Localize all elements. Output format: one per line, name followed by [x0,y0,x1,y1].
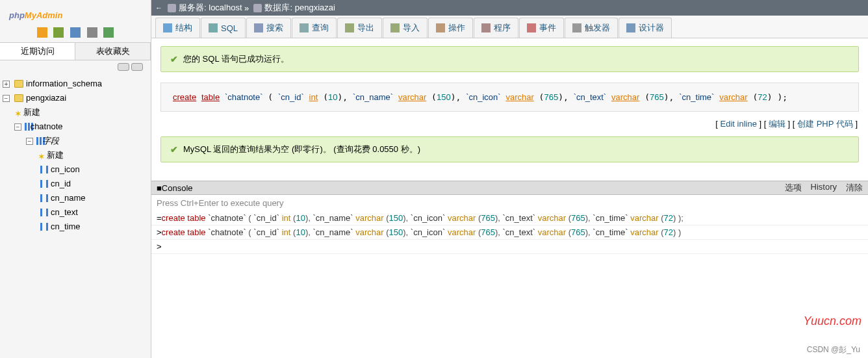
column-item[interactable]: cn_time [38,220,148,234]
database-icon [14,80,23,88]
tab-recent[interactable]: 近期访问 [0,43,75,60]
db-tree: +information_schema −pengxiazai 新建 − cha… [0,75,151,235]
console-line: =create table `chatnote` ( `cn_id` int (… [151,211,868,225]
main-tabs: 结构 SQL 搜索 查询 导出 导入 操作 程序 事件 触发器 设计器 [151,16,868,38]
import-icon [390,23,400,32]
logout-icon[interactable] [53,27,64,38]
edit-inline-link[interactable]: Edit inline [721,119,757,129]
bc-database[interactable]: 数据库: pengxiazai [264,2,335,14]
console-line: >create table `chatnote` ( `cn_id` int (… [151,225,868,240]
tab-favorites[interactable]: 表收藏夹 [75,43,151,60]
tab-import[interactable]: 导入 [383,18,428,38]
console-options[interactable]: 选项 [785,182,802,194]
check-icon: ✔ [170,54,178,64]
tab-triggers[interactable]: 触发器 [565,18,618,38]
export-icon [345,23,354,32]
column-item[interactable]: cn_name [38,191,148,205]
tab-events[interactable]: 事件 [519,18,564,38]
sql-icon [209,23,218,32]
routines-icon [481,23,491,32]
console-hint: Press Ctrl+Enter to execute query [151,195,868,211]
success-message: ✔ 您的 SQL 语句已成功运行。 [160,46,859,72]
column-icon [40,194,48,202]
operations-icon [436,23,445,32]
column-item[interactable]: cn_id [38,177,148,191]
tab-structure[interactable]: 结构 [155,18,200,38]
docs-icon[interactable] [70,27,81,38]
sql-actions: [ Edit inline ] [ 编辑 ] [ 创建 PHP 代码 ] [160,116,859,136]
search-icon [254,23,263,32]
columns-icon [36,137,38,145]
structure-icon [163,23,172,32]
reload-icon[interactable] [103,27,114,38]
logo[interactable]: phpMyAdmin [0,0,151,25]
tab-search[interactable]: 搜索 [246,18,291,38]
tab-operations[interactable]: 操作 [428,18,473,38]
console-toggle[interactable]: ■Console [157,183,193,193]
sql-preview: create table `chatnote` ( `cn_id` int (1… [160,83,859,112]
column-icon [40,166,48,173]
column-icon [40,209,48,216]
db-item[interactable]: −pengxiazai [3,91,148,105]
console[interactable]: Press Ctrl+Enter to execute query =creat… [151,195,868,254]
console-history[interactable]: History [811,182,837,194]
events-icon [527,23,536,32]
new-column[interactable]: 新建 [38,148,148,162]
console-clear[interactable]: 清除 [846,182,863,194]
result-message: ✔ MySQL 返回的查询结果为空 (即零行)。 (查询花费 0.0550 秒。… [160,136,859,162]
column-item[interactable]: cn_text [38,205,148,220]
breadcrumb: ← 服务器: localhost » 数据库: pengxiazai [151,0,868,16]
new-table[interactable]: 新建 [14,105,148,120]
watermark: Yuucn.com [804,314,862,328]
table-icon [25,123,27,131]
new-icon [14,108,23,117]
console-bar: ■Console 选项 History 清除 [151,181,868,195]
tab-sql[interactable]: SQL [201,18,246,38]
columns-group[interactable]: − 字段 [26,134,148,148]
create-php-link[interactable]: 创建 PHP 代码 [797,119,853,129]
nav-back-icon[interactable]: ← [155,4,162,12]
column-item[interactable]: cn_icon [38,162,148,177]
database-icon [14,94,23,102]
table-item[interactable]: − chatnote [14,120,148,134]
tab-export[interactable]: 导出 [337,18,382,38]
triggers-icon [572,23,581,32]
new-icon [38,151,47,160]
query-icon [300,23,309,32]
server-icon [168,4,176,12]
footer-credit: CSDN @彭_Yu [807,344,860,355]
settings-icon[interactable] [87,27,97,38]
home-icon[interactable] [37,27,47,38]
tab-routines[interactable]: 程序 [474,18,518,38]
sidebar-toolbar [0,25,151,42]
column-icon [40,223,48,231]
designer-icon [626,23,635,32]
column-icon [40,180,48,188]
bc-server[interactable]: 服务器: localhost [179,2,242,14]
tab-designer[interactable]: 设计器 [619,18,672,38]
check-icon: ✔ [170,144,178,155]
database-icon [253,4,262,12]
link-icon[interactable] [131,63,143,71]
collapse-icon[interactable] [118,63,129,71]
db-item[interactable]: +information_schema [3,77,148,91]
console-prompt[interactable]: > [151,240,868,254]
edit-link[interactable]: 编辑 [769,119,785,129]
tab-query[interactable]: 查询 [292,18,337,38]
